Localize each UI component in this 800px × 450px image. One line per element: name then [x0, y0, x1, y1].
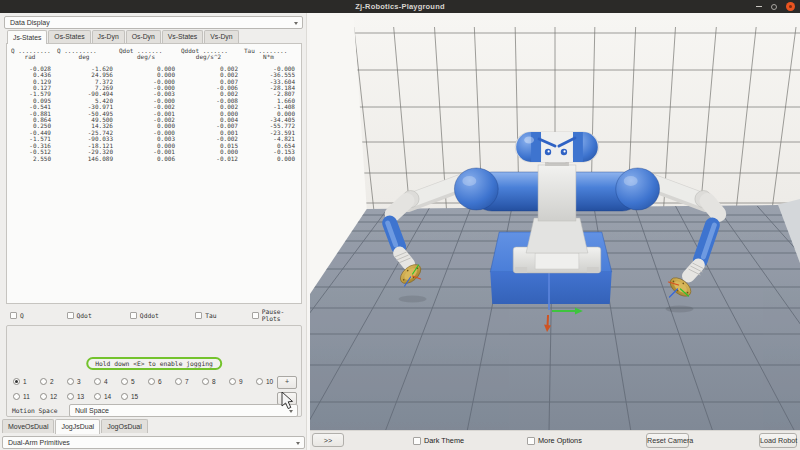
maximize-icon[interactable]: [771, 4, 777, 10]
jog-hint: Hold down <E> to enable jogging: [86, 357, 222, 370]
radio-label: 7: [185, 378, 189, 385]
data-tab[interactable]: Os-States: [48, 30, 90, 43]
checkbox-box[interactable]: [195, 312, 202, 319]
data-tab[interactable]: Os-Dyn: [126, 30, 161, 43]
radio-circle[interactable]: [40, 393, 47, 400]
mode-tab[interactable]: JogOsDual: [101, 419, 148, 433]
radio-circle[interactable]: [13, 378, 20, 385]
checkbox-box[interactable]: [130, 312, 137, 319]
radio-circle[interactable]: [121, 393, 128, 400]
radio-label: 5: [131, 378, 135, 385]
primitives-select[interactable]: Dual-Arm Primitives: [2, 436, 305, 449]
joint-radio[interactable]: 13: [67, 393, 94, 400]
radio-circle[interactable]: [148, 378, 155, 385]
radio-circle[interactable]: [202, 378, 209, 385]
joint-radio[interactable]: 6: [148, 378, 175, 385]
minimize-icon[interactable]: [756, 6, 762, 8]
motion-space-select[interactable]: Null Space: [69, 404, 298, 417]
joint-radio[interactable]: 5: [121, 378, 148, 385]
radio-circle[interactable]: [40, 378, 47, 385]
joint-radio-row-1: 1 2 3 4 5 6 7: [13, 378, 283, 385]
increase-button[interactable]: +: [277, 376, 297, 389]
torso-column: [538, 165, 576, 221]
joint-radio[interactable]: 3: [67, 378, 94, 385]
radio-circle[interactable]: [67, 393, 74, 400]
checkbox-box[interactable]: [67, 312, 74, 319]
joint-radio[interactable]: 1: [13, 378, 40, 385]
close-icon[interactable]: [786, 2, 795, 11]
table-row: 2.550 146.089 0.006 -0.012 0.000: [7, 156, 301, 162]
checkbox-box[interactable]: [10, 312, 17, 319]
data-tab[interactable]: Js-States: [7, 30, 47, 44]
column-unit: deg: [53, 54, 115, 60]
mode-tab[interactable]: MoveOsDual: [2, 419, 54, 433]
column-unit: N*m: [240, 54, 297, 60]
plot-checkbox[interactable]: Pause-Plots: [252, 308, 302, 322]
radio-circle[interactable]: [121, 378, 128, 385]
radio-circle[interactable]: [94, 393, 101, 400]
more-options-checkbox[interactable]: More Options: [527, 436, 582, 445]
plot-checkbox[interactable]: Tau: [195, 312, 252, 319]
mode-tabs: MoveOsDualJogJsDualJogOsDual: [2, 419, 149, 433]
table-body: -0.028 -1.620 0.000 0.002 -0.000 0.436 2…: [7, 66, 301, 162]
radio-label: 3: [77, 378, 81, 385]
checkbox-box[interactable]: [527, 437, 535, 445]
radio-circle[interactable]: [256, 378, 263, 385]
titlebar[interactable]: Zj-Robotics-Playground: [0, 0, 800, 13]
load-robot-button[interactable]: Load Robot: [759, 433, 797, 448]
chevron-down-icon: [294, 22, 298, 25]
table-units-row: raddegdeg/sdeg/s^2N*m: [7, 54, 301, 60]
joint-radio-row-2: 11 12 13 14 15: [13, 393, 148, 400]
dark-theme-checkbox[interactable]: Dark Theme: [413, 436, 464, 445]
checkbox-label: Tau: [205, 312, 216, 319]
radio-label: 4: [104, 378, 108, 385]
data-tab[interactable]: Js-Dyn: [92, 30, 125, 43]
plot-checkbox[interactable]: Qddot: [130, 312, 195, 319]
dark-theme-label: Dark Theme: [424, 436, 464, 445]
bottom-bar: >> Dark Theme More Options Reset Camera …: [310, 430, 800, 450]
radio-circle[interactable]: [13, 393, 20, 400]
cell-qdot: 0.006: [115, 156, 177, 162]
column-unit: deg/s: [115, 54, 177, 60]
data-tabs: Js-StatesOs-StatesJs-DynOs-DynVs-StatesV…: [7, 30, 240, 43]
plot-checkbox[interactable]: Q: [10, 312, 67, 319]
mode-tab[interactable]: JogJsDual: [55, 419, 100, 434]
joint-radio[interactable]: 15: [121, 393, 148, 400]
cell-q-deg: 146.089: [53, 156, 115, 162]
left-shoulder-ball: [454, 168, 498, 210]
robot-scene: [310, 13, 800, 430]
radio-label: 13: [77, 393, 84, 400]
joint-states-table: Q .........Q .........Qdot .......Qddot …: [6, 43, 302, 304]
joint-radio[interactable]: 11: [13, 393, 40, 400]
joint-radio[interactable]: 9: [229, 378, 256, 385]
radio-circle[interactable]: [175, 378, 182, 385]
checkbox-box[interactable]: [252, 312, 259, 319]
radio-circle[interactable]: [94, 378, 101, 385]
checkbox-box[interactable]: [413, 437, 421, 445]
plot-checkbox[interactable]: Qdot: [67, 312, 130, 319]
viewport-3d[interactable]: [310, 13, 800, 430]
cell-tau: 0.000: [240, 156, 297, 162]
data-display-select[interactable]: Data Display: [4, 16, 303, 29]
radio-label: 15: [131, 393, 138, 400]
expand-button[interactable]: >>: [312, 433, 344, 447]
column-unit: deg/s^2: [177, 54, 240, 60]
joint-radio[interactable]: 4: [94, 378, 121, 385]
joint-radio[interactable]: 8: [202, 378, 229, 385]
data-tab[interactable]: Vs-Dyn: [204, 30, 238, 43]
data-tab[interactable]: Vs-States: [162, 30, 203, 43]
cell-q-rad: 2.550: [7, 156, 53, 162]
window-title: Zj-Robotics-Playground: [0, 0, 800, 13]
radio-circle[interactable]: [229, 378, 236, 385]
motion-space-label: Motion Space: [12, 407, 58, 414]
joint-radio[interactable]: 2: [40, 378, 67, 385]
joint-radio[interactable]: 14: [94, 393, 121, 400]
radio-label: 14: [104, 393, 111, 400]
column-unit: rad: [7, 54, 53, 60]
reset-camera-button[interactable]: Reset Camera: [646, 433, 689, 448]
joint-radio[interactable]: 7: [175, 378, 202, 385]
joint-radio[interactable]: 12: [40, 393, 67, 400]
radio-label: 11: [23, 393, 30, 400]
radio-circle[interactable]: [67, 378, 74, 385]
radio-label: 12: [50, 393, 57, 400]
